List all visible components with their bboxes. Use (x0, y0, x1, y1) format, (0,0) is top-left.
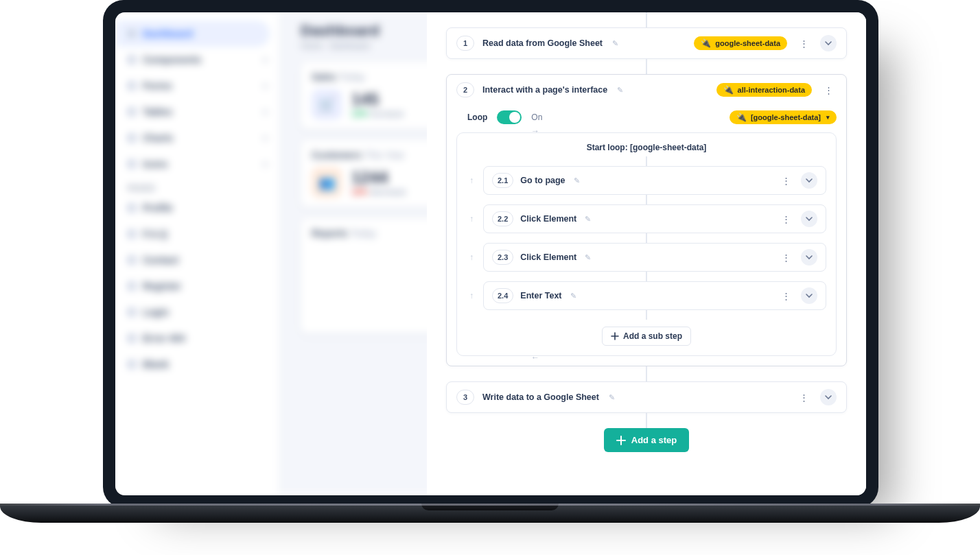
edit-icon[interactable]: ✎ (585, 253, 591, 262)
sub-step-number: 2.3 (492, 250, 513, 265)
sub-step-title: Enter Text (520, 291, 561, 300)
sub-step-number: 2.2 (492, 211, 513, 226)
sub-step-row: ↑ 2.2 Click Element ✎ ⋮ (467, 204, 826, 233)
sub-step-row: ↑ 2.1 Go to page ✎ ⋮ (467, 166, 826, 195)
loop-toggle[interactable] (497, 110, 522, 124)
drag-handle-icon[interactable]: ↑ (467, 291, 476, 300)
step-number-badge: 2 (456, 82, 474, 97)
sub-step-row: ↑ 2.3 Click Element ✎ ⋮ (467, 243, 826, 272)
sub-step: 2.4 Enter Text ✎ ⋮ (483, 281, 826, 310)
add-step-button[interactable]: Add a step (604, 428, 689, 452)
edit-icon[interactable]: ✎ (574, 176, 580, 185)
loop-return-arrow-icon: ← (531, 353, 539, 362)
plug-icon: 🔌 (701, 39, 711, 47)
loop-source-chip[interactable]: 🔌 [google-sheet-data] ▾ (730, 110, 837, 124)
output-chip[interactable]: 🔌 all-interaction-data (716, 83, 812, 97)
sub-step-number: 2.4 (492, 288, 513, 303)
add-sub-step-button[interactable]: Add a sub step (602, 327, 691, 346)
loop-controls: Loop On 🔌 [google-sheet-data] ▾ (447, 105, 846, 132)
step-title: Read data from Google Sheet (482, 38, 603, 48)
edit-icon[interactable]: ✎ (570, 292, 576, 300)
plug-icon: 🔌 (736, 113, 747, 121)
loop-state: On (531, 113, 542, 122)
edit-icon[interactable]: ✎ (612, 39, 618, 48)
step-number-badge: 1 (456, 36, 474, 51)
drag-handle-icon[interactable]: ↑ (467, 176, 476, 185)
more-menu-icon[interactable]: ⋮ (778, 287, 794, 304)
more-menu-icon[interactable]: ⋮ (795, 35, 812, 51)
step-3: 3 Write data to a Google Sheet ✎ ⋮ (446, 381, 847, 413)
sub-step: 2.3 Click Element ✎ ⋮ (483, 243, 826, 272)
workflow-panel: 1 Read data from Google Sheet ✎ 🔌 google… (427, 12, 866, 495)
edit-icon[interactable]: ✎ (609, 393, 615, 402)
edit-icon[interactable]: ✎ (617, 86, 623, 95)
step-number-badge: 3 (456, 390, 474, 405)
expand-toggle[interactable] (801, 172, 817, 189)
expand-toggle[interactable] (820, 35, 837, 51)
more-menu-icon[interactable]: ⋮ (778, 211, 794, 227)
sub-step-title: Click Element (520, 214, 576, 224)
step-title: Interact with a page's interface (482, 85, 607, 95)
expand-toggle[interactable] (801, 249, 817, 265)
loop-label: Loop (467, 113, 487, 122)
loop-body: → ← Start loop: [google-sheet-data] ↑ 2.… (456, 132, 837, 356)
sub-step-title: Click Element (520, 252, 576, 262)
expand-toggle[interactable] (820, 389, 837, 405)
sub-step-title: Go to page (520, 176, 565, 185)
drag-handle-icon[interactable]: ↑ (467, 252, 476, 262)
loop-start-label: Start loop: [google-sheet-data] (467, 143, 826, 152)
edit-icon[interactable]: ✎ (585, 215, 591, 224)
plug-icon: 🔌 (723, 86, 734, 94)
chevron-down-icon: ▾ (826, 114, 830, 121)
step-1: 1 Read data from Google Sheet ✎ 🔌 google… (446, 27, 847, 59)
sub-step: 2.1 Go to page ✎ ⋮ (483, 166, 826, 195)
step-2: 2 Interact with a page's interface ✎ 🔌 a… (446, 74, 847, 366)
sub-step-row: ↑ 2.4 Enter Text ✎ ⋮ (467, 281, 826, 310)
output-chip[interactable]: 🔌 google-sheet-data (694, 36, 787, 50)
sub-step: 2.2 Click Element ✎ ⋮ (483, 204, 826, 233)
more-menu-icon[interactable]: ⋮ (778, 249, 794, 265)
drag-handle-icon[interactable]: ↑ (467, 214, 476, 224)
sub-step-number: 2.1 (492, 173, 513, 188)
more-menu-icon[interactable]: ⋮ (778, 172, 794, 189)
loop-enter-arrow-icon: → (531, 126, 542, 137)
more-menu-icon[interactable]: ⋮ (795, 389, 812, 405)
expand-toggle[interactable] (801, 211, 817, 227)
expand-toggle[interactable] (801, 287, 817, 304)
step-title: Write data to a Google Sheet (482, 392, 599, 402)
more-menu-icon[interactable]: ⋮ (820, 82, 837, 98)
